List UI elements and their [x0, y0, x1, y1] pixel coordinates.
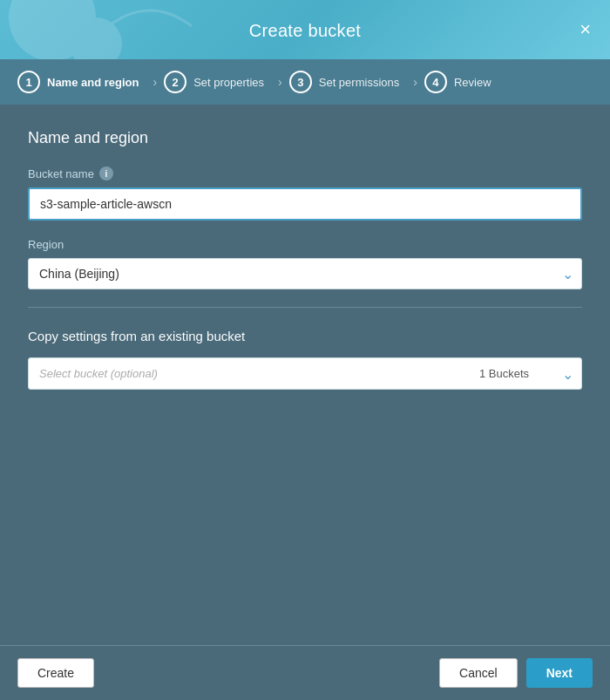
bucket-select-wrapper[interactable]: Select bucket (optional) 1 Buckets ⌄ [28, 357, 582, 390]
bucket-select-placeholder: Select bucket (optional) [39, 367, 158, 380]
copy-settings-title: Copy settings from an existing bucket [28, 329, 582, 343]
steps-bar: 1 Name and region › 2 Set properties › 3… [0, 59, 610, 105]
step-1-label: Name and region [47, 76, 139, 89]
step-2[interactable]: 2 Set properties [164, 71, 278, 93]
step-1-circle: 1 [17, 71, 40, 93]
create-bucket-modal: Create bucket × 1 Name and region › 2 Se… [0, 0, 610, 700]
bucket-name-info-icon[interactable]: i [99, 167, 113, 180]
step-3-circle: 3 [289, 71, 312, 93]
bucket-name-group: Bucket name i [28, 167, 582, 221]
region-label: Region [28, 238, 582, 251]
step-4-label: Review [454, 76, 491, 89]
step-4[interactable]: 4 Review [424, 71, 505, 93]
step-sep-2: › [278, 75, 289, 89]
bucket-select-display[interactable]: Select bucket (optional) 1 Buckets [28, 357, 582, 390]
region-group: Region China (Beijing) China (Ningxia) U… [28, 238, 582, 289]
step-sep-3: › [413, 75, 424, 89]
step-2-label: Set properties [193, 76, 264, 89]
next-button[interactable]: Next [526, 658, 593, 688]
modal-header: Create bucket × [0, 0, 610, 59]
step-3[interactable]: 3 Set permissions [289, 71, 413, 93]
step-4-circle: 4 [424, 71, 447, 93]
step-2-circle: 2 [164, 71, 186, 93]
bucket-count: 1 Buckets [479, 367, 529, 380]
step-sep-1: › [152, 75, 164, 89]
bucket-name-input[interactable] [28, 187, 582, 221]
step-3-label: Set permissions [319, 76, 399, 89]
step-1[interactable]: 1 Name and region [17, 71, 152, 93]
region-select[interactable]: China (Beijing) China (Ningxia) US East … [28, 258, 582, 289]
cancel-button[interactable]: Cancel [439, 658, 518, 688]
section-title: Name and region [28, 129, 582, 147]
modal-body: Name and region Bucket name i Region Chi… [0, 105, 610, 645]
bucket-name-label: Bucket name i [28, 167, 582, 180]
create-button[interactable]: Create [17, 658, 94, 688]
footer-right-actions: Cancel Next [439, 658, 593, 688]
region-select-wrapper: China (Beijing) China (Ningxia) US East … [28, 258, 582, 289]
modal-footer: Create Cancel Next [0, 645, 610, 700]
section-divider [28, 307, 582, 308]
close-button[interactable]: × [576, 17, 594, 43]
